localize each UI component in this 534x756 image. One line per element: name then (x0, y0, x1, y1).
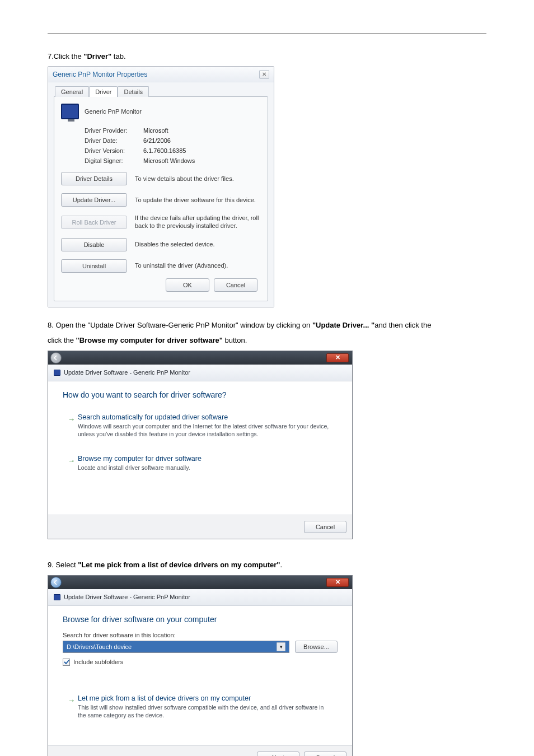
roll-back-driver-button: Roll Back Driver (61, 216, 127, 229)
browse-button[interactable]: Browse... (295, 641, 338, 653)
step-7-bold: "Driver" (83, 52, 111, 60)
driver-details-button[interactable]: Driver Details (61, 172, 127, 185)
crumb-text: Update Driver Software - Generic PnP Mon… (64, 594, 190, 600)
step-9-pre: 9. Select (48, 561, 78, 569)
row-v-0: Microsoft (143, 127, 168, 134)
wizard-crumb: Update Driver Software - Generic PnP Mon… (48, 365, 352, 381)
update-driver-wizard-2: ✕ Update Driver Software - Generic PnP M… (48, 575, 353, 756)
step-7-post: tab. (111, 52, 125, 60)
close-icon[interactable]: ✕ (326, 578, 349, 587)
update-driver-wizard-1: ✕ Update Driver Software - Generic PnP M… (48, 351, 353, 540)
disable-button[interactable]: Disable (61, 238, 127, 251)
row-k-0: Driver Provider: (85, 127, 143, 134)
option-search-auto[interactable]: → Search automatically for updated drive… (63, 407, 338, 444)
option-let-me-pick[interactable]: → Let me pick from a list of device driv… (63, 688, 338, 725)
step-8-bold: "Update Driver... " (312, 321, 374, 329)
option-title: Search automatically for updated driver … (78, 413, 330, 421)
option-desc: Windows will search your computer and th… (78, 422, 330, 438)
wizard-crumb: Update Driver Software - Generic PnP Mon… (48, 589, 352, 606)
crumb-text: Update Driver Software - Generic PnP Mon… (64, 369, 190, 376)
row-v-2: 6.1.7600.16385 (143, 147, 186, 154)
tab-driver[interactable]: Driver (89, 86, 118, 97)
step-8b: click the "Browse my computer for driver… (48, 334, 486, 347)
uninstall-button[interactable]: Uninstall (61, 259, 127, 273)
step-8-pre: 8. Open the "Update Driver Software-Gene… (48, 321, 312, 329)
cancel-button[interactable]: Cancel (304, 752, 346, 756)
checkbox-label: Include subfolders (73, 659, 123, 665)
step-9-bold: "Let me pick from a list of device drive… (78, 561, 280, 569)
search-label: Search for driver software in this locat… (63, 632, 338, 638)
tab-panel-driver: Generic PnP Monitor Driver Provider:Micr… (54, 96, 268, 301)
option-browse[interactable]: → Browse my computer for driver software… (63, 449, 338, 478)
step-8-mid: and then click the (374, 321, 431, 329)
chevron-down-icon[interactable]: ▾ (277, 642, 285, 651)
tabs: General Driver Details (55, 86, 268, 96)
row-k-1: Driver Date: (85, 137, 143, 144)
monitor-icon (54, 370, 60, 376)
step-8-bold2: "Browse my computer for driver software" (76, 336, 223, 344)
path-combobox[interactable]: D:\Drivers\Touch device ▾ (63, 641, 289, 653)
back-icon[interactable] (50, 577, 62, 588)
step-8: 8. Open the "Update Driver Software-Gene… (48, 319, 486, 332)
cancel-button[interactable]: Cancel (304, 521, 346, 533)
row-k-2: Driver Version: (85, 147, 143, 154)
path-value: D:\Drivers\Touch device (67, 643, 132, 650)
disable-desc: Disables the selected device. (135, 241, 261, 249)
tab-details[interactable]: Details (118, 86, 149, 97)
update-driver-button[interactable]: Update Driver... (61, 193, 127, 207)
step-9-post: . (280, 561, 282, 569)
arrow-icon: → (68, 696, 75, 704)
row-v-1: 6/21/2006 (143, 137, 171, 144)
monitor-icon (54, 594, 60, 600)
dialog-titlebar: Generic PnP Monitor Properties ✕ (48, 67, 274, 82)
uninstall-desc: To uninstall the driver (Advanced). (135, 262, 261, 270)
roll-back-driver-desc: If the device fails after updating the d… (135, 214, 261, 230)
page-top-rule (48, 34, 486, 34)
ok-button[interactable]: OK (166, 278, 209, 292)
include-subfolders-checkbox[interactable]: Include subfolders (63, 659, 338, 666)
driver-details-desc: To view details about the driver files. (135, 175, 261, 183)
row-v-3: Microsoft Windows (143, 157, 195, 164)
step-7: 7.Click the "Driver" tab. (48, 50, 486, 63)
step-7-pre: 7.Click the (48, 52, 83, 60)
step-8-post: button. (223, 336, 247, 344)
window-chrome: ✕ (48, 351, 352, 365)
wizard-heading: How do you want to search for driver sof… (63, 390, 338, 399)
row-k-3: Digital Signer: (85, 157, 143, 164)
dialog-title: Generic PnP Monitor Properties (53, 67, 147, 82)
step-9: 9. Select "Let me pick from a list of de… (48, 558, 486, 571)
update-driver-desc: To update the driver software for this d… (135, 197, 261, 204)
tab-general[interactable]: General (55, 86, 89, 97)
option-title: Browse my computer for driver software (78, 455, 330, 463)
checkbox-icon (63, 659, 70, 666)
arrow-icon: → (68, 415, 75, 423)
wizard-heading: Browse for driver software on your compu… (63, 615, 338, 624)
device-name: Generic PnP Monitor (85, 108, 142, 115)
cancel-button[interactable]: Cancel (214, 278, 257, 292)
back-icon (50, 352, 62, 363)
option-title: Let me pick from a list of device driver… (78, 694, 330, 702)
option-desc: Locate and install driver software manua… (78, 464, 330, 472)
monitor-icon (61, 104, 79, 119)
window-chrome: ✕ (48, 576, 352, 589)
properties-dialog: Generic PnP Monitor Properties ✕ General… (48, 66, 274, 307)
option-desc: This list will show installed driver sof… (78, 703, 330, 719)
close-icon[interactable]: ✕ (326, 353, 349, 362)
arrow-icon: → (68, 456, 75, 465)
next-button[interactable]: Next (257, 752, 299, 756)
close-icon[interactable]: ✕ (259, 70, 269, 79)
